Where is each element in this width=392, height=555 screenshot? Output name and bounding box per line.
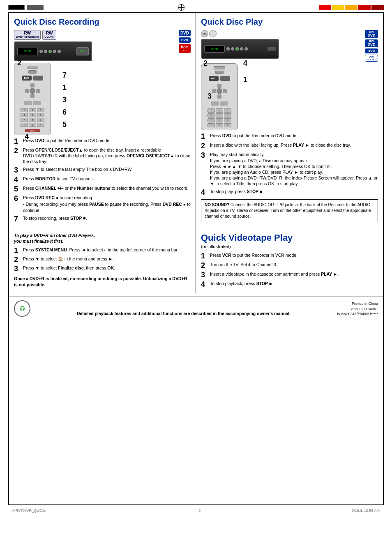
vt-step-text-2: Turn on the TV. Set it to Channel 3. xyxy=(210,262,277,267)
vt-step-num-4: 4 xyxy=(201,281,208,288)
finalize-step-text-1: Press SYSTEM MENU. Press ◄ to select ⌐ i… xyxy=(23,247,178,253)
dev-btn-1 xyxy=(39,50,43,53)
step-overlay-6: 6 xyxy=(62,108,67,117)
remote-numpad: 1 2 3 4 5 6 7 8 9 * 0 # xyxy=(21,108,44,127)
bottom-detail-text: Detailed playback features and additiona… xyxy=(30,311,337,317)
play-remote-top-btn-2 xyxy=(215,71,224,74)
play-dev-btn-5 xyxy=(244,47,248,51)
play-num-0: 0 xyxy=(216,123,223,127)
num-5: 5 xyxy=(29,113,36,117)
play-disc-label-1: RW DVD xyxy=(365,30,378,38)
vt-step-1: 1 Press VCR to put the Recorder in VCR m… xyxy=(201,252,378,260)
footer-left: MRV700VR_QUG.fm xyxy=(12,509,47,513)
finalize-warning: Once a DVD+R is finalized, no recording … xyxy=(14,276,191,288)
dev-btn-2 xyxy=(44,50,47,53)
play-step-3: 3 Play may start automatically. If you a… xyxy=(201,152,378,187)
page: Quick Disc Recording RW DVD+ReWritable R xyxy=(0,0,392,555)
vt-step-num-3: 3 xyxy=(201,271,208,279)
step-overlay-2: 2 xyxy=(17,59,21,67)
step-text-2: Press OPEN/CLOSE/EJECT▲ to open the disc… xyxy=(23,147,191,165)
play-diagram: ALL 00:00 xyxy=(201,30,378,62)
recording-step-1: 1 Press DVD to put the Recorder in DVD m… xyxy=(14,138,191,145)
play-step-text-4: To stop play, press STOP ■. xyxy=(210,189,263,194)
dvd-logo-1: DVD xyxy=(179,30,191,36)
play-num-1: 1 xyxy=(208,108,215,113)
remote-recording: DVD xyxy=(14,63,51,135)
play-step-num-4: 4 xyxy=(201,189,208,196)
step-text-3: Press ▼ to select the last empty Title b… xyxy=(23,166,133,172)
ram-logo: RAM4.7 xyxy=(179,44,191,53)
play-dpad-down xyxy=(217,94,221,99)
no-sound-title: NO SOUND? xyxy=(205,203,229,207)
play-step-num-3: 3 xyxy=(201,152,208,159)
play-device-buttons xyxy=(226,47,248,51)
play-disc-labels: RW DVD RW DVD DVD DVDPLAYER xyxy=(365,30,378,62)
dpad-down xyxy=(30,94,35,98)
vt-step-2: 2 Turn on the TV. Set it to Channel 3. xyxy=(201,262,378,269)
dev-btn-3 xyxy=(48,50,52,53)
play-disc-label-2: RW DVD xyxy=(365,39,378,48)
disc-button xyxy=(209,30,217,37)
play-device-display: 00:00 xyxy=(204,45,225,53)
play-num-3: 3 xyxy=(224,108,231,113)
play-step-text-2: Insert a disc with the label facing up. … xyxy=(210,142,351,148)
device-front: 00:00 xyxy=(17,47,89,55)
finalize-step-2: 2 Press ▼ to select 🏠 in the menu and pr… xyxy=(14,256,191,263)
play-disc-label-4: DVDPLAYER xyxy=(365,55,378,62)
finalize-step-1: 1 Press SYSTEM MENU. Press ◄ to select ⌐… xyxy=(14,247,191,254)
vt-step-num-2: 2 xyxy=(201,262,208,269)
dev-btn-4 xyxy=(53,50,56,53)
play-num-2: 2 xyxy=(216,108,223,113)
step-num-6: 6 xyxy=(14,195,21,202)
step-text-7: To stop recording, press STOP ■. xyxy=(23,215,87,221)
play-step-text-3c: Press ◄ ►▲ ▼ to choose a setting. Then p… xyxy=(210,164,378,169)
recording-step-2: 2 Press OPEN/CLOSE/EJECT▲ to open the di… xyxy=(14,147,191,165)
play-remote-numpad: 1 2 3 4 5 6 7 8 9 * 0 # xyxy=(208,108,231,127)
play-remote-dpad xyxy=(212,84,227,99)
play-step-overlay-3: 3 xyxy=(208,92,212,101)
step-text-1: Press DVD to put the Recorder in DVD mod… xyxy=(23,138,111,143)
num-6: 6 xyxy=(37,113,44,117)
disc-label-rw: RW DVD+ReWritable xyxy=(14,30,41,40)
play-step-overlay-2: 2 xyxy=(203,59,208,68)
recording-step-5: 5 Press CHANNEL +/– or the Number button… xyxy=(14,185,191,193)
play-dpad-right xyxy=(223,89,227,93)
step-num-7: 7 xyxy=(14,215,21,223)
play-step-1: 1 Press DVD to put the Recorder in DVD m… xyxy=(201,133,378,140)
step-num-5: 5 xyxy=(14,185,21,193)
remote-play: DVD xyxy=(201,63,238,130)
finalize-step-num-1: 1 xyxy=(14,247,21,254)
vt-step-3: 3 Insert a videotape in the cassette com… xyxy=(201,271,378,279)
play-num-5: 5 xyxy=(216,113,223,117)
play-dev-btn-4 xyxy=(240,47,243,51)
num-1: 1 xyxy=(21,108,28,112)
vt-step-text-4: To stop playback, press STOP ■. xyxy=(210,281,273,286)
play-dev-btn-2 xyxy=(231,47,234,51)
all-button: ALL xyxy=(201,30,208,37)
device-buttons xyxy=(39,50,61,53)
play-dev-btn-1 xyxy=(226,47,230,51)
footer-center: 2 xyxy=(198,509,201,513)
step-overlay-1-label: 1 xyxy=(62,83,67,92)
play-num-star: * xyxy=(208,123,215,127)
num-4: 4 xyxy=(21,113,28,117)
play-remote-top-btn xyxy=(214,66,225,69)
play-num-6: 6 xyxy=(224,113,231,117)
step-text-5: Press CHANNEL +/– or the Number buttons … xyxy=(23,185,189,191)
device-display: 00:00 xyxy=(17,48,38,55)
step-num-3: 3 xyxy=(14,166,21,174)
finalize-step-3: 3 Press ▼ to select Finalize disc, then … xyxy=(14,265,191,272)
play-section: Quick Disc Play ALL 00:00 xyxy=(196,13,383,229)
recording-step-7: 7 To stop recording, press STOP ■. xyxy=(14,215,191,223)
step-text-6: Press DVD REC ● to start recording. xyxy=(23,195,93,200)
footer: MRV700VR_QUG.fm 2 04.8.4, 10:56 AM xyxy=(4,507,388,514)
finalize-step-text-2: Press ▼ to select 🏠 in the menu and pres… xyxy=(23,256,114,262)
play-step-num-1: 1 xyxy=(201,133,208,140)
videotape-steps: 1 Press VCR to put the Recorder in VCR m… xyxy=(201,252,378,288)
recording-steps: 1 Press DVD to put the Recorder in DVD m… xyxy=(14,138,191,223)
play-num-hash: # xyxy=(224,123,231,127)
recording-step-6: 6 Press DVD REC ● to start recording. • … xyxy=(14,195,191,213)
play-step-text-1: Press DVD to put the Recorder in DVD mod… xyxy=(210,133,297,138)
num-9: 9 xyxy=(37,118,44,122)
play-step-text-3b: If you are playing a DVD, a Disc menu ma… xyxy=(210,158,378,164)
